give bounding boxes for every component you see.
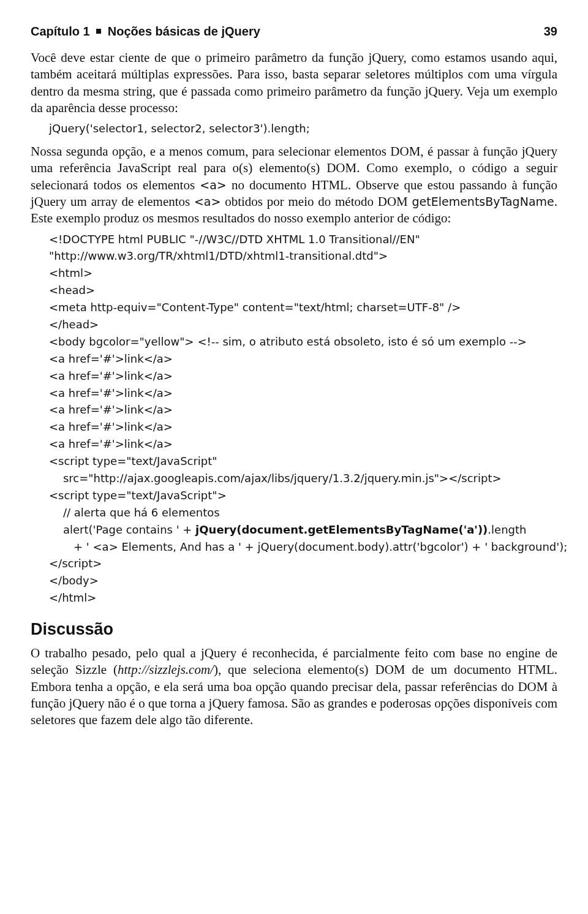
code-line: <a href='#'>link</a>	[49, 387, 173, 399]
code-line: <!DOCTYPE html PUBLIC "-//W3C//DTD XHTML…	[49, 233, 420, 246]
code-line: </scr	[49, 557, 78, 570]
code-line: src="http://ajax.googleapis.com/ajax/lib…	[49, 472, 478, 485]
code-line: </body>	[49, 574, 99, 587]
code-line: <a href='#'>link</a>	[49, 420, 173, 433]
chapter-heading: Capítulo 1 Noções básicas de jQuery	[31, 25, 260, 39]
code-block-main: <!DOCTYPE html PUBLIC "-//W3C//DTD XHTML…	[49, 231, 557, 607]
paragraph-1-text: Você deve estar ciente de que o primeiro…	[31, 50, 557, 115]
code-line: <a href='#'>link</a>	[49, 369, 173, 382]
p3-link: http://sizzlejs.com/	[118, 662, 214, 677]
p2-code-a: <a>	[200, 178, 226, 192]
p2-text-c: obtidos por meio do método DOM	[221, 194, 412, 209]
code-line: <html>	[49, 266, 92, 279]
code-line: .length	[488, 523, 526, 536]
code-line: <a href='#'>link</a>	[49, 352, 173, 365]
code-line: "http://www.w3.org/TR/xhtml1/DTD/xhtml1-…	[49, 249, 388, 262]
code-line: <head>	[49, 284, 95, 296]
code-snippet-1: jQuery('selector1, selector2, selector3'…	[49, 120, 557, 137]
paragraph-1: Você deve estar ciente de que o primeiro…	[31, 50, 557, 116]
p2-code-c: getElementsByTagName	[412, 195, 554, 208]
p2-code-b: <a>	[194, 195, 221, 208]
chapter-title: Noções básicas de jQuery	[108, 25, 260, 38]
paragraph-2: Nossa segunda opção, e a menos comum, pa…	[31, 143, 557, 227]
section-heading-discussao: Discussão	[31, 620, 557, 639]
code-line: + ' <a> Elements, And has a ' + jQuery(d…	[49, 540, 567, 553]
code-line: <body bgcolor="yellow"> <!-- sim, o atri…	[49, 335, 527, 348]
code-line: // alerta que há 6 elementos	[49, 506, 220, 519]
paragraph-3: O trabalho pesado, pelo qual a jQuery é …	[31, 645, 557, 728]
code-line: <meta http-equiv="Content-Type" content=…	[49, 301, 461, 314]
code-line: <a href='#'>link</a>	[49, 437, 173, 450]
code-line: </html>	[49, 591, 96, 604]
code-line: alert('Page contains ' +	[49, 523, 195, 536]
code-line: ipt>	[78, 557, 102, 570]
page-header: Capítulo 1 Noções básicas de jQuery 39	[31, 25, 557, 39]
bullet-icon	[96, 29, 101, 34]
code-line: <script type="text/JavaScript">	[49, 489, 227, 502]
code-line: <a href='#'>link</a>	[49, 403, 173, 416]
chapter-label: Capítulo 1	[31, 25, 90, 38]
code-line-bold: jQuery(document.getElementsByTagName('a'…	[195, 523, 488, 536]
code-line: <script type="text/JavaScript"	[49, 455, 217, 467]
page-number: 39	[544, 25, 557, 39]
code-line: jQuery('selector1, selector2, selector3'…	[49, 122, 310, 135]
code-line: </head>	[49, 318, 99, 331]
code-line: ipt>	[478, 472, 502, 485]
